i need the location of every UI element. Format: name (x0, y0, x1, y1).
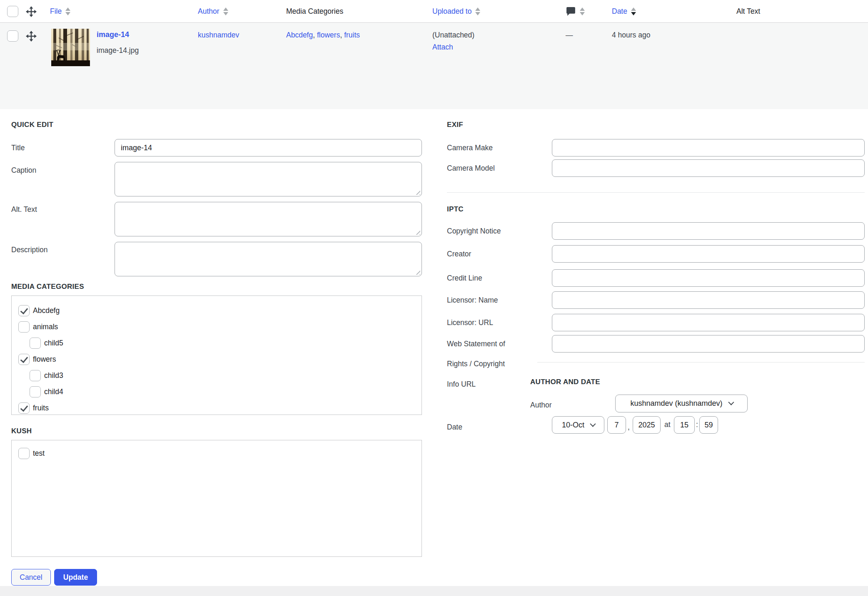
category-item-child3[interactable]: child3 (30, 368, 415, 384)
checkbox[interactable] (18, 305, 30, 316)
month-select[interactable]: 10-Oct (552, 416, 604, 434)
media-categories-heading: MEDIA CATEGORIES (11, 283, 84, 291)
web-statement-label-line3: Info URL (447, 380, 476, 389)
select-all-checkbox[interactable] (7, 6, 18, 17)
upload-date: 4 hours ago (612, 31, 650, 40)
media-row: image-14 image-14.jpg kushnamdev Abcdefg… (0, 23, 868, 109)
category-item-abcdefg[interactable]: Abcdefg (18, 303, 415, 319)
chevron-down-icon (590, 421, 596, 427)
date-at-label: at (664, 420, 671, 429)
date-label: Date (447, 423, 462, 432)
copyright-notice-input[interactable] (552, 222, 865, 240)
uploaded-to-value: (Unattached) (432, 31, 474, 40)
category-item-child4[interactable]: child4 (30, 384, 415, 400)
column-header-alt-text: Alt Text (736, 0, 760, 23)
bottom-strip (0, 586, 868, 596)
date-comma: , (628, 423, 630, 432)
row-move-handle-icon[interactable] (26, 31, 37, 43)
minute-input[interactable] (699, 416, 718, 434)
caption-label: Caption (11, 166, 36, 175)
licensor-url-input[interactable] (552, 314, 865, 331)
category-item-child5[interactable]: child5 (30, 335, 415, 351)
kush-item-test[interactable]: test (18, 445, 415, 462)
camera-model-input[interactable] (552, 159, 865, 177)
cancel-button[interactable]: Cancel (11, 569, 51, 586)
quick-edit-heading: QUICK EDIT (11, 121, 53, 129)
exif-heading: EXIF (447, 121, 463, 129)
licensor-name-input[interactable] (552, 291, 865, 309)
checkbox[interactable] (30, 338, 41, 349)
web-statement-label-line1: Web Statement of (447, 340, 505, 348)
media-thumbnail-forest-deer[interactable] (51, 29, 90, 66)
kush-box: test (11, 440, 422, 557)
creator-input[interactable] (552, 245, 865, 263)
sort-arrows-icon (580, 7, 585, 15)
column-header-comments[interactable] (566, 0, 585, 23)
category-item-flowers[interactable]: flowers (18, 351, 415, 368)
sort-arrows-icon (65, 7, 70, 15)
media-title-link[interactable]: image-14 (97, 30, 129, 39)
row-categories: Abcdefg, flowers, fruits (286, 31, 360, 40)
iptc-heading: IPTC (447, 205, 464, 214)
checkbox[interactable] (18, 448, 30, 459)
comment-bubble-icon (566, 6, 576, 17)
title-input[interactable] (115, 139, 422, 156)
caption-textarea[interactable] (115, 162, 422, 196)
description-textarea[interactable] (115, 242, 422, 276)
author-select[interactable]: kushnamdev (kushnamdev) (615, 395, 748, 412)
alt-text-textarea[interactable] (115, 202, 422, 236)
description-label: Description (11, 246, 48, 254)
web-statement-label-line2: Rights / Copyright (447, 360, 505, 368)
day-input[interactable] (607, 416, 626, 434)
column-header-date[interactable]: Date (612, 0, 636, 23)
checkbox[interactable] (30, 370, 41, 381)
checkbox[interactable] (18, 321, 30, 333)
column-header-file[interactable]: File (50, 0, 70, 23)
column-header-media-categories: Media Categories (286, 0, 343, 23)
media-library-quick-edit-screen: File Author Media Categories Uploaded to… (0, 0, 868, 596)
camera-model-label: Camera Model (447, 164, 495, 173)
camera-make-label: Camera Make (447, 144, 493, 152)
alt-text-label: Alt. Text (11, 205, 37, 214)
table-header: File Author Media Categories Uploaded to… (0, 0, 868, 23)
author-and-date-heading: AUTHOR AND DATE (530, 378, 600, 386)
row-author-link[interactable]: kushnamdev (198, 31, 239, 40)
creator-label: Creator (447, 250, 471, 258)
row-select-checkbox[interactable] (7, 30, 18, 42)
media-categories-box: Abcdefg animals child5 flowers child3 ch… (11, 296, 422, 415)
licensor-name-label: Licensor: Name (447, 296, 498, 305)
year-input[interactable] (633, 416, 661, 434)
category-link[interactable]: Abcdefg (286, 31, 313, 39)
hour-input[interactable] (674, 416, 695, 434)
copyright-notice-label: Copyright Notice (447, 227, 501, 236)
sort-arrows-icon (223, 7, 228, 15)
checkbox[interactable] (18, 402, 30, 414)
move-handle-icon[interactable] (26, 6, 37, 19)
category-link[interactable]: fruits (344, 31, 360, 39)
category-link[interactable]: flowers (317, 31, 340, 39)
web-statement-input[interactable] (552, 335, 865, 353)
column-header-author[interactable]: Author (198, 0, 228, 23)
section-divider (447, 192, 865, 193)
attach-link[interactable]: Attach (432, 43, 453, 52)
section-divider (537, 362, 865, 363)
column-header-uploaded-to[interactable]: Uploaded to (432, 0, 480, 23)
sort-arrows-icon-descending (631, 7, 636, 15)
time-colon: : (696, 420, 698, 429)
kush-heading: KUSH (11, 427, 32, 435)
category-item-fruits[interactable]: fruits (18, 400, 415, 416)
credit-line-label: Credit Line (447, 274, 482, 283)
media-filename: image-14.jpg (97, 46, 139, 55)
camera-make-input[interactable] (552, 139, 865, 156)
sort-arrows-icon (475, 7, 480, 15)
licensor-url-label: Licensor: URL (447, 318, 493, 327)
title-label: Title (11, 144, 25, 152)
update-button[interactable]: Update (54, 569, 97, 586)
author-label: Author (530, 401, 552, 410)
checkbox[interactable] (30, 386, 41, 397)
chevron-down-icon (728, 400, 734, 405)
credit-line-input[interactable] (552, 269, 865, 287)
comments-count: — (566, 31, 573, 40)
checkbox[interactable] (18, 354, 30, 365)
category-item-animals[interactable]: animals (18, 319, 415, 335)
